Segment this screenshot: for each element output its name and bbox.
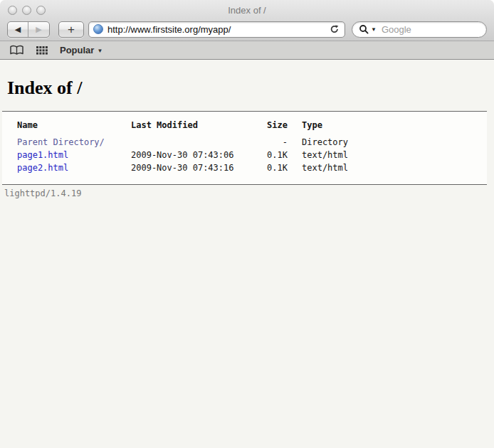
close-window-button[interactable]	[8, 6, 17, 15]
modified-cell: 2009-Nov-30 07:43:16	[131, 161, 253, 174]
minimize-window-button[interactable]	[22, 6, 31, 15]
browser-window: Index of / ◀ ▶ + http://www.firstsite.or…	[0, 0, 494, 448]
column-header-modified: Last Modified	[131, 119, 253, 136]
page-title: Index of /	[7, 78, 487, 98]
zoom-window-button[interactable]	[36, 6, 46, 15]
column-header-size: Size	[253, 119, 288, 136]
chevron-down-icon: ▼	[97, 48, 103, 54]
browser-chrome: Index of / ◀ ▶ + http://www.firstsite.or…	[0, 0, 494, 41]
add-bookmark-button[interactable]: +	[58, 21, 84, 38]
back-button[interactable]: ◀	[8, 22, 28, 37]
size-cell: 0.1K	[253, 161, 288, 174]
table-row: Parent Directory/ - Directory	[17, 136, 348, 149]
popular-folder-label: Popular	[60, 45, 94, 55]
modified-cell: 2009-Nov-30 07:43:06	[131, 149, 253, 161]
page-viewport: Index of / Name Last Modified Size Type …	[0, 78, 494, 448]
reload-icon	[330, 24, 340, 34]
search-engine-caret-icon[interactable]: ▼	[371, 26, 377, 33]
search-placeholder: Google	[382, 24, 411, 35]
address-url-text[interactable]: http://www.firstsite.org/myapp/	[107, 24, 325, 35]
magnifier-icon	[359, 24, 369, 34]
type-cell: text/html	[288, 161, 348, 174]
window-title: Index of /	[0, 5, 494, 16]
address-bar[interactable]: http://www.firstsite.org/myapp/	[88, 21, 345, 38]
forward-button[interactable]: ▶	[28, 22, 49, 37]
bookmark-folder-popular[interactable]: Popular ▼	[60, 45, 103, 55]
history-nav-buttons: ◀ ▶	[7, 21, 50, 38]
column-header-name: Name	[17, 119, 131, 136]
file-link[interactable]: page1.html	[17, 150, 68, 160]
toolbar: ◀ ▶ + http://www.firstsite.org/myapp/	[0, 20, 494, 41]
column-header-type: Type	[288, 119, 348, 136]
type-cell: Directory	[288, 136, 348, 149]
file-link[interactable]: Parent Directory/	[17, 137, 105, 147]
table-row: page1.html 2009-Nov-30 07:43:06 0.1K tex…	[17, 149, 348, 161]
table-header-row: Name Last Modified Size Type	[17, 119, 348, 136]
bookmark-grid-button[interactable]	[36, 46, 48, 55]
directory-listing: Name Last Modified Size Type Parent Dire…	[2, 111, 487, 185]
site-favicon-globe-icon	[93, 24, 103, 34]
file-link[interactable]: page2.html	[17, 163, 68, 173]
grid-icon	[36, 46, 48, 55]
server-version-text: lighttpd/1.4.19	[4, 185, 487, 198]
directory-table: Name Last Modified Size Type Parent Dire…	[17, 119, 348, 174]
show-bookmarks-button[interactable]	[9, 45, 24, 55]
traffic-lights	[8, 6, 46, 15]
table-row: page2.html 2009-Nov-30 07:43:16 0.1K tex…	[17, 161, 348, 174]
type-cell: text/html	[288, 149, 348, 161]
bookmarks-bar: Popular ▼	[0, 41, 494, 60]
listing-body: Parent Directory/ - Directory page1.html…	[17, 136, 348, 174]
open-book-icon	[9, 45, 24, 55]
size-cell: -	[253, 136, 288, 149]
back-arrow-icon: ◀	[15, 25, 21, 34]
reload-button[interactable]	[330, 24, 340, 34]
titlebar[interactable]: Index of /	[0, 0, 494, 20]
forward-arrow-icon: ▶	[36, 25, 41, 34]
search-field[interactable]: ▼ Google	[352, 21, 487, 38]
modified-cell	[131, 136, 253, 149]
size-cell: 0.1K	[253, 149, 288, 161]
plus-icon: +	[68, 23, 75, 36]
